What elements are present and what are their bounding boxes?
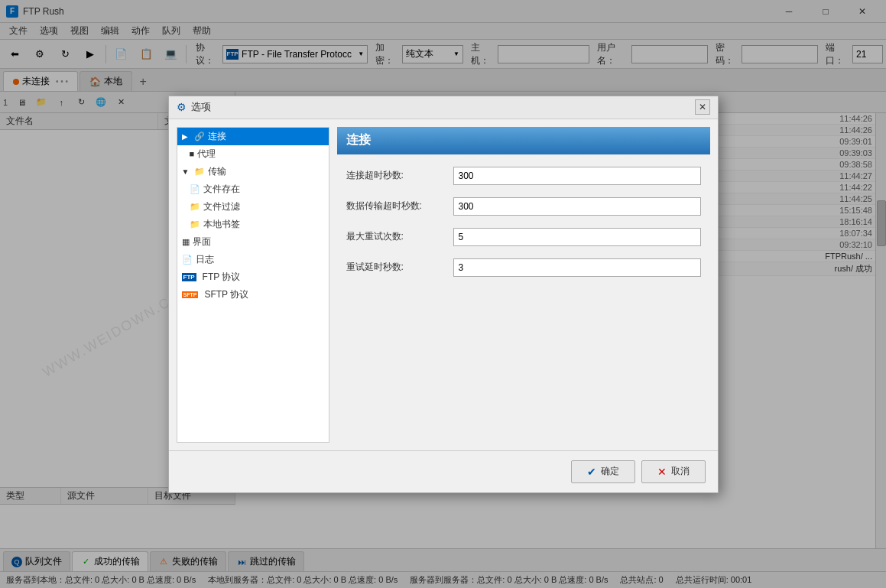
field-row-timeout: 连接超时秒数: — [346, 167, 701, 185]
field-input-max-retry[interactable] — [453, 228, 701, 246]
tree-item-proxy[interactable]: ■ 代理 — [177, 145, 329, 163]
field-input-retry-delay[interactable] — [453, 258, 701, 277]
tree-item-ui[interactable]: ▦ 界面 — [177, 233, 329, 251]
tree-label-connection: 连接 — [208, 130, 226, 143]
proxy-icon: ■ — [190, 149, 195, 158]
cancel-button[interactable]: ✕ 取消 — [641, 460, 706, 483]
filefilter-icon: 📁 — [190, 202, 200, 212]
modal-close-button[interactable]: ✕ — [695, 99, 710, 115]
modal-section-header: 连接 — [337, 127, 710, 154]
confirm-check-icon: ✔ — [587, 466, 596, 478]
tree-expand-connection: ▶ — [182, 132, 191, 141]
field-label-retry-delay: 重试延时秒数: — [346, 261, 453, 274]
tree-item-log[interactable]: 📄 日志 — [177, 251, 329, 268]
confirm-label: 确定 — [601, 465, 619, 478]
tree-label-ui: 界面 — [193, 236, 211, 249]
cancel-label: 取消 — [671, 465, 690, 478]
modal-body: ▶ 🔗 连接 ■ 代理 ▼ 📁 传输 📄 文件存在 — [169, 119, 718, 450]
tree-label-fileexists: 文件存在 — [203, 183, 240, 196]
ui-icon: ▦ — [182, 237, 190, 247]
connection-icon: 🔗 — [194, 132, 205, 141]
field-input-data-timeout[interactable] — [453, 197, 701, 216]
modal-footer: ✔ 确定 ✕ 取消 — [169, 450, 718, 492]
tree-item-transfer[interactable]: ▼ 📁 传输 — [177, 163, 329, 180]
log-icon: 📄 — [182, 255, 193, 265]
tree-item-filefilter[interactable]: 📁 文件过滤 — [177, 198, 329, 216]
field-input-timeout[interactable] — [453, 167, 701, 185]
field-row-retry-delay: 重试延时秒数: — [346, 258, 701, 277]
tree-item-sftp[interactable]: SFTP SFTP 协议 — [177, 286, 329, 304]
options-dialog: ⚙ 选项 ✕ ▶ 🔗 连接 ■ 代理 ▼ — [168, 96, 719, 493]
modal-overlay: ⚙ 选项 ✕ ▶ 🔗 连接 ■ 代理 ▼ — [0, 0, 886, 588]
modal-title-text: 选项 — [191, 100, 690, 114]
field-row-max-retry: 最大重试次数: — [346, 228, 701, 246]
tree-label-filefilter: 文件过滤 — [203, 200, 240, 213]
tree-label-localbookmark: 本地书签 — [203, 218, 240, 231]
tree-label-log: 日志 — [196, 253, 214, 266]
transfer-folder-icon: 📁 — [194, 167, 205, 177]
field-row-data-timeout: 数据传输超时秒数: — [346, 197, 701, 216]
modal-content: 连接 连接超时秒数: 数据传输超时秒数: 最大重试次数: — [337, 127, 710, 443]
tree-label-sftp: SFTP 协议 — [204, 288, 248, 301]
fileexists-icon: 📄 — [190, 184, 200, 194]
modal-title-bar: ⚙ 选项 ✕ — [169, 96, 718, 119]
modal-settings-icon: ⚙ — [177, 101, 187, 113]
field-label-data-timeout: 数据传输超时秒数: — [346, 200, 453, 213]
modal-section-title: 连接 — [346, 132, 371, 148]
tree-label-proxy: 代理 — [197, 148, 216, 161]
tree-label-ftp: FTP 协议 — [203, 271, 241, 284]
ftp-protocol-icon: FTP — [182, 273, 196, 281]
tree-item-localbookmark[interactable]: 📁 本地书签 — [177, 216, 329, 233]
sftp-protocol-icon: SFTP — [182, 291, 199, 298]
tree-label-transfer: 传输 — [208, 165, 226, 178]
field-label-max-retry: 最大重试次数: — [346, 230, 453, 243]
modal-tree: ▶ 🔗 连接 ■ 代理 ▼ 📁 传输 📄 文件存在 — [177, 127, 329, 443]
confirm-button[interactable]: ✔ 确定 — [571, 460, 635, 483]
localbookmark-icon: 📁 — [190, 219, 200, 229]
tree-item-ftp[interactable]: FTP FTP 协议 — [177, 268, 329, 286]
cancel-x-icon: ✕ — [657, 466, 667, 478]
field-label-timeout: 连接超时秒数: — [346, 169, 453, 182]
modal-fields: 连接超时秒数: 数据传输超时秒数: 最大重试次数: 重试延时秒数: — [337, 167, 710, 443]
tree-expand-transfer: ▼ — [182, 167, 191, 176]
tree-item-connection[interactable]: ▶ 🔗 连接 — [177, 128, 329, 145]
tree-item-fileexists[interactable]: 📄 文件存在 — [177, 180, 329, 198]
